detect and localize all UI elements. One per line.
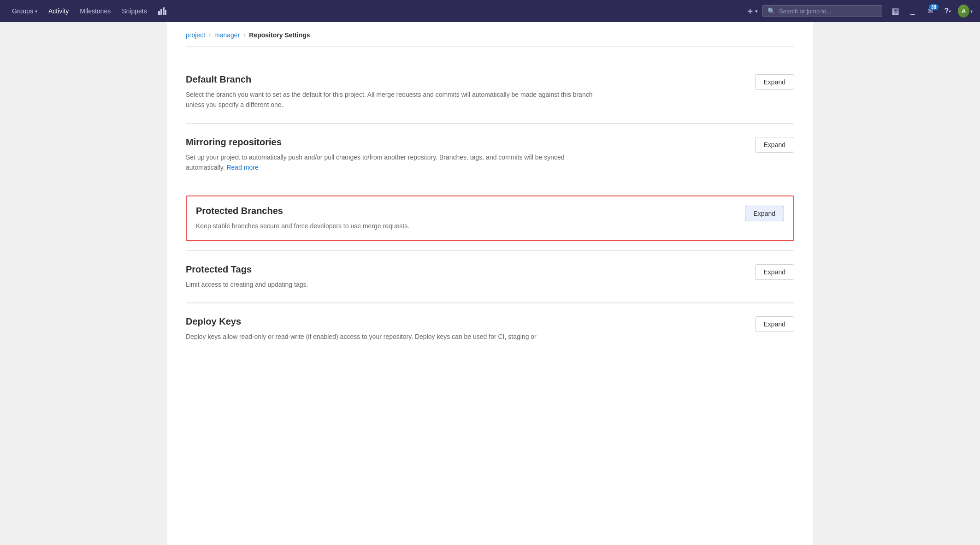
activity-label: Activity — [48, 7, 69, 15]
mirroring-repositories-desc: Set up your project to automatically pus… — [186, 152, 601, 173]
groups-label: Groups — [12, 7, 33, 15]
default-branch-desc: Select the branch you want to set as the… — [186, 89, 601, 110]
protected-tags-title: Protected Tags — [186, 264, 748, 275]
user-avatar: A — [958, 5, 969, 18]
milestones-label: Milestones — [80, 7, 111, 15]
breadcrumb-current: Repository Settings — [249, 31, 310, 39]
search-icon: 🔍 — [767, 7, 775, 15]
protected-tags-desc: Limit access to creating and updating ta… — [186, 279, 601, 290]
groups-chevron-icon: ▾ — [35, 9, 37, 14]
default-branch-title: Default Branch — [186, 74, 748, 85]
protected-branches-section: Protected Branches Keep stable branches … — [186, 195, 794, 241]
navbar-search: ＋ ▾ 🔍 — [744, 4, 882, 18]
breadcrumb-project[interactable]: project — [186, 31, 205, 39]
default-branch-section: Default Branch Select the branch you wan… — [186, 61, 794, 123]
mirroring-read-more-link[interactable]: Read more — [226, 164, 258, 171]
mirroring-repositories-body: Mirroring repositories Set up your proje… — [186, 137, 748, 173]
protected-branches-expand-button[interactable]: Expand — [745, 206, 784, 221]
merge-requests-button[interactable]: ⎯ — [905, 4, 920, 18]
protected-branches-desc: Keep stable branches secure and force de… — [196, 221, 611, 231]
protected-branches-section-wrapper: Protected Branches Keep stable branches … — [186, 188, 794, 249]
mirroring-repositories-section: Mirroring repositories Set up your proje… — [186, 124, 794, 186]
breadcrumb: project › manager › Repository Settings — [186, 22, 794, 47]
protected-tags-section: Protected Tags Limit access to creating … — [186, 251, 794, 302]
search-bar[interactable]: 🔍 — [762, 5, 882, 17]
svg-rect-2 — [163, 7, 165, 15]
svg-rect-3 — [165, 10, 166, 15]
mirroring-repositories-title: Mirroring repositories — [186, 137, 748, 148]
nav-chart[interactable] — [153, 5, 171, 18]
breadcrumb-chevron-1: › — [209, 32, 211, 38]
notifications-button[interactable]: ✉ 38 — [923, 4, 938, 18]
protected-branches-title: Protected Branches — [196, 206, 738, 216]
create-new-button[interactable]: ＋ ▾ — [744, 4, 759, 18]
nav-activity[interactable]: Activity — [44, 5, 73, 18]
main-content: project › manager › Repository Settings … — [167, 22, 813, 545]
default-branch-expand-button[interactable]: Expand — [755, 74, 794, 90]
protected-tags-expand-button[interactable]: Expand — [755, 264, 794, 280]
settings-sections: Default Branch Select the branch you wan… — [186, 61, 794, 355]
svg-rect-0 — [158, 11, 160, 15]
navbar-right: ▦ ⎯ ✉ 38 ? ▾ A ▾ — [888, 4, 973, 18]
avatar-button[interactable]: A ▾ — [958, 4, 973, 18]
protected-tags-body: Protected Tags Limit access to creating … — [186, 264, 748, 290]
deploy-keys-desc: Deploy keys allow read-only or read-writ… — [186, 332, 601, 342]
deploy-keys-section: Deploy Keys Deploy keys allow read-only … — [186, 303, 794, 355]
deploy-keys-body: Deploy Keys Deploy keys allow read-only … — [186, 316, 748, 342]
top-navbar: Groups ▾ Activity Milestones Snippets ＋ … — [0, 0, 980, 22]
protected-branches-body: Protected Branches Keep stable branches … — [196, 206, 738, 231]
navbar-left: Groups ▾ Activity Milestones Snippets — [7, 5, 744, 18]
breadcrumb-manager[interactable]: manager — [214, 31, 240, 39]
svg-rect-1 — [160, 9, 162, 15]
breadcrumb-chevron-2: › — [243, 32, 245, 38]
divider-2 — [186, 186, 794, 186]
panel-toggle-button[interactable]: ▦ — [888, 4, 903, 18]
deploy-keys-title: Deploy Keys — [186, 316, 748, 327]
mirroring-expand-button[interactable]: Expand — [755, 137, 794, 153]
notification-badge: 38 — [929, 4, 939, 10]
default-branch-body: Default Branch Select the branch you wan… — [186, 74, 748, 110]
search-input[interactable] — [779, 8, 877, 15]
nav-snippets[interactable]: Snippets — [117, 5, 151, 18]
nav-groups[interactable]: Groups ▾ — [7, 5, 42, 18]
nav-milestones[interactable]: Milestones — [75, 5, 115, 18]
chart-icon — [158, 7, 166, 15]
help-button[interactable]: ? ▾ — [940, 4, 955, 18]
deploy-keys-expand-button[interactable]: Expand — [755, 316, 794, 332]
snippets-label: Snippets — [122, 7, 147, 15]
